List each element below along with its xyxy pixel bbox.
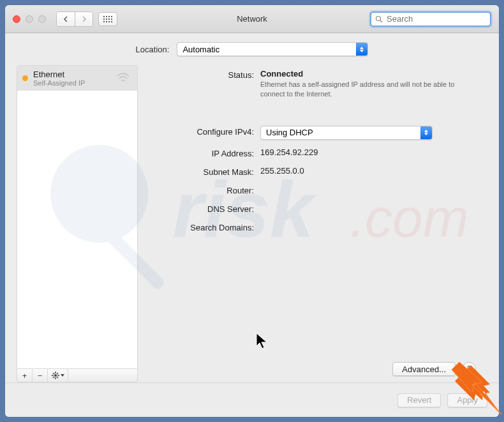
subnet-value: 255.255.0.0 (260, 166, 484, 176)
chevron-right-icon (82, 16, 87, 22)
footer: Revert Apply (5, 382, 499, 417)
revert-button: Revert (397, 393, 441, 407)
remove-interface-button[interactable]: − (33, 369, 48, 382)
status-value-wrap: Connected Ethernet has a self-assigned I… (260, 69, 484, 99)
show-all-button[interactable] (98, 12, 117, 26)
gear-icon (52, 372, 59, 379)
configure-value: Using DHCP (266, 128, 313, 137)
svg-line-7 (53, 373, 54, 374)
svg-point-2 (54, 374, 57, 377)
detail-panel: Status: Connected Ethernet has a self-as… (147, 65, 487, 382)
chevron-down-icon (61, 374, 64, 377)
sidebar-item-ethernet[interactable]: Ethernet Self-Assigned IP (17, 66, 137, 91)
router-label: Router: (148, 185, 255, 195)
select-arrows-icon (356, 43, 367, 56)
help-button[interactable]: ? (462, 362, 476, 376)
search-icon (375, 15, 383, 23)
location-value: Automatic (182, 45, 219, 54)
select-arrows-icon (420, 126, 432, 139)
network-prefs-window: Network Location: Automatic (5, 5, 499, 417)
zoom-icon (38, 15, 46, 23)
sidebar: Ethernet Self-Assigned IP + − (17, 65, 138, 382)
status-message: Ethernet has a self-assigned IP address … (260, 80, 458, 99)
search-input[interactable] (387, 14, 486, 24)
location-select[interactable]: Automatic (177, 42, 368, 56)
minimize-icon (26, 15, 33, 23)
ip-value: 169.254.92.229 (260, 147, 484, 157)
svg-line-9 (53, 377, 54, 378)
status-label: Status: (148, 69, 255, 80)
configure-label: Configure IPv4: (148, 126, 255, 137)
advanced-row: Advanced... ? (392, 362, 476, 376)
chevron-left-icon (63, 16, 68, 22)
location-row: Location: Automatic (17, 42, 487, 56)
add-interface-button[interactable]: + (17, 369, 33, 382)
svg-line-10 (57, 373, 58, 374)
window-title: Network (237, 14, 267, 24)
grid-icon (103, 16, 112, 22)
searchdomains-label: Search Domains: (148, 222, 255, 232)
advanced-button[interactable]: Advanced... (392, 362, 456, 376)
dns-label: DNS Server: (148, 203, 255, 214)
interface-list[interactable]: Ethernet Self-Assigned IP (17, 65, 138, 368)
svg-line-1 (380, 20, 382, 22)
ip-label: IP Address: (148, 147, 255, 158)
forward-button[interactable] (75, 12, 93, 26)
sidebar-gear-button[interactable] (48, 369, 68, 382)
detail-form: Status: Connected Ethernet has a self-as… (148, 69, 484, 232)
status-value: Connected (260, 69, 484, 79)
configure-select[interactable]: Using DHCP (260, 126, 433, 140)
search-field-wrap[interactable] (370, 11, 491, 27)
subnet-label: Subnet Mask: (148, 166, 255, 177)
apply-button: Apply (447, 393, 487, 407)
content-area: Location: Automatic Ethernet Self-Assign… (5, 33, 499, 382)
traffic-lights (13, 15, 46, 23)
titlebar: Network (5, 5, 499, 33)
close-icon[interactable] (13, 15, 20, 23)
sidebar-item-label: Ethernet Self-Assigned IP (33, 70, 109, 87)
ethernet-icon (114, 70, 132, 86)
svg-line-8 (57, 377, 58, 378)
back-button[interactable] (57, 12, 75, 26)
location-label: Location: (136, 45, 170, 54)
nav-buttons (56, 11, 93, 27)
main-row: Ethernet Self-Assigned IP + − (17, 65, 487, 382)
status-dot-icon (22, 75, 28, 81)
svg-point-0 (376, 16, 381, 20)
sidebar-toolbar: + − (17, 368, 138, 382)
